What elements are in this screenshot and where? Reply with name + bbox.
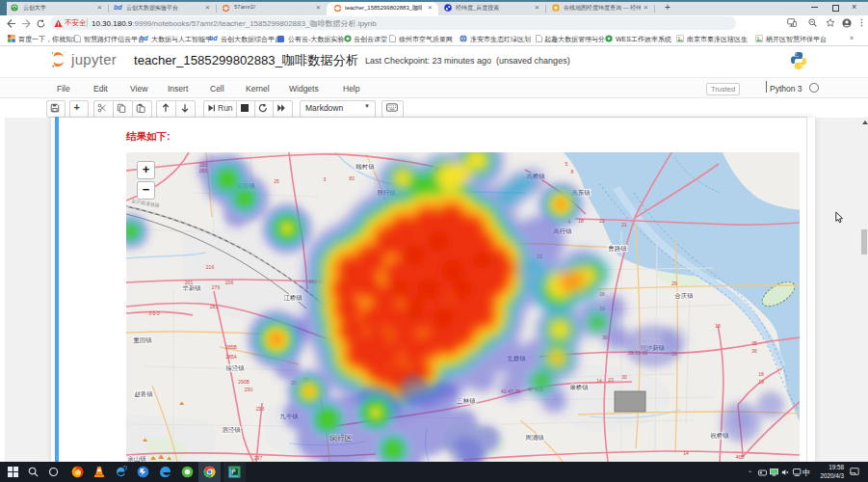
svg-text:周浦镇: 周浦镇	[525, 434, 544, 442]
svg-text:徐泾镇: 徐泾镇	[225, 364, 245, 372]
svg-text:闵行区: 闵行区	[330, 434, 353, 442]
svg-text:83: 83	[349, 175, 355, 181]
svg-text:江桥镇: 江桥镇	[283, 294, 302, 302]
svg-text:290B: 290B	[238, 379, 250, 385]
svg-text:三林镇: 三林镇	[457, 397, 476, 404]
svg-text:276: 276	[212, 284, 221, 290]
svg-text:26: 26	[599, 291, 605, 297]
svg-text:18: 18	[578, 218, 584, 224]
svg-text:顾村镇: 顾村镇	[355, 163, 375, 171]
svg-text:201: 201	[185, 280, 194, 285]
svg-text:13: 13	[715, 323, 721, 329]
svg-text:5: 5	[566, 161, 568, 167]
svg-text:泗泾镇: 泗泾镇	[222, 426, 241, 434]
svg-text:18: 18	[758, 371, 764, 377]
svg-text:赵巷镇: 赵巷镇	[134, 390, 153, 398]
svg-text:46B: 46B	[736, 454, 746, 460]
svg-text:康桥镇: 康桥镇	[569, 384, 589, 391]
svg-text:佘山镇: 佘山镇	[127, 455, 146, 462]
svg-text:285A: 285A	[225, 354, 237, 360]
svg-text:23: 23	[608, 377, 614, 383]
svg-text:14: 14	[683, 450, 689, 456]
svg-text:25: 25	[274, 178, 279, 184]
svg-text:21: 21	[599, 218, 605, 224]
svg-text:281: 281	[210, 304, 219, 309]
svg-text:重固镇: 重固镇	[133, 336, 152, 343]
svg-text:297: 297	[254, 455, 263, 461]
svg-text:29: 29	[671, 281, 677, 286]
svg-text:216: 216	[206, 264, 215, 270]
svg-text:290: 290	[245, 387, 253, 392]
svg-text:36: 36	[751, 348, 757, 354]
svg-text:206: 206	[225, 280, 234, 285]
svg-text:293: 293	[256, 406, 265, 412]
svg-text:285B: 285B	[225, 344, 237, 350]
svg-text:21: 21	[621, 222, 627, 228]
svg-text:华新镇: 华新镇	[182, 284, 201, 291]
svg-text:8: 8	[571, 169, 574, 174]
svg-text:3: 3	[324, 176, 327, 182]
svg-text:30: 30	[621, 374, 627, 380]
svg-text:合庆镇: 合庆镇	[674, 292, 694, 300]
svg-text:19: 19	[758, 379, 764, 385]
svg-text:14: 14	[596, 378, 602, 384]
svg-text:曹路镇: 曹路镇	[608, 245, 627, 253]
svg-text:35: 35	[751, 340, 757, 346]
svg-text:3-9-0: 3-9-0	[148, 310, 160, 316]
